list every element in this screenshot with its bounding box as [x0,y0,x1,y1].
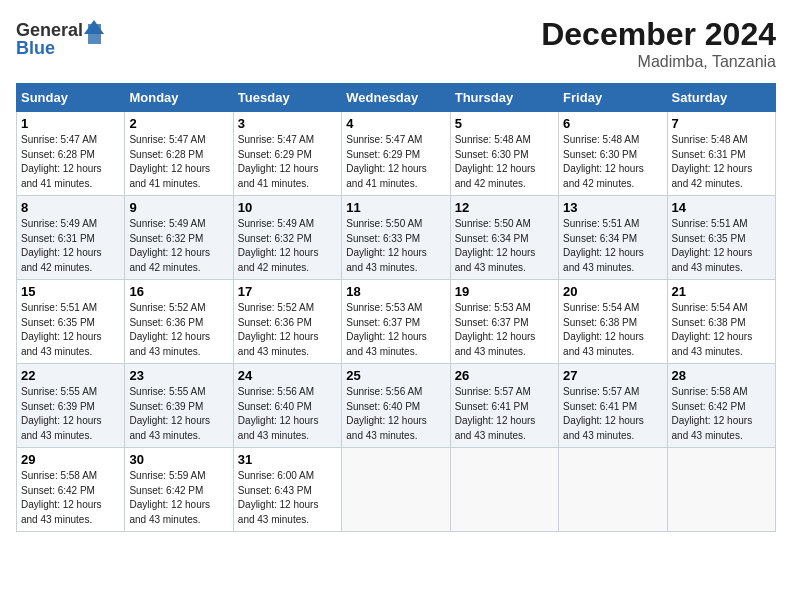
month-title: December 2024 [541,16,776,53]
day-number: 19 [455,284,554,299]
header-monday: Monday [125,84,233,112]
location: Madimba, Tanzania [541,53,776,71]
calendar-cell: 11Sunrise: 5:50 AMSunset: 6:33 PMDayligh… [342,196,450,280]
day-number: 10 [238,200,337,215]
calendar-cell: 8Sunrise: 5:49 AMSunset: 6:31 PMDaylight… [17,196,125,280]
calendar-week-row: 8Sunrise: 5:49 AMSunset: 6:31 PMDaylight… [17,196,776,280]
day-number: 6 [563,116,662,131]
calendar-week-row: 15Sunrise: 5:51 AMSunset: 6:35 PMDayligh… [17,280,776,364]
day-number: 17 [238,284,337,299]
day-info: Sunrise: 5:47 AMSunset: 6:29 PMDaylight:… [238,133,337,191]
weekday-header-row: Sunday Monday Tuesday Wednesday Thursday… [17,84,776,112]
page-header: General Blue December 2024 Madimba, Tanz… [16,16,776,71]
day-info: Sunrise: 5:47 AMSunset: 6:28 PMDaylight:… [21,133,120,191]
svg-text:General: General [16,20,83,40]
day-info: Sunrise: 5:52 AMSunset: 6:36 PMDaylight:… [129,301,228,359]
calendar-cell [450,448,558,532]
day-number: 8 [21,200,120,215]
day-info: Sunrise: 5:48 AMSunset: 6:31 PMDaylight:… [672,133,771,191]
day-info: Sunrise: 5:52 AMSunset: 6:36 PMDaylight:… [238,301,337,359]
calendar-cell: 22Sunrise: 5:55 AMSunset: 6:39 PMDayligh… [17,364,125,448]
calendar-cell [342,448,450,532]
calendar-cell: 28Sunrise: 5:58 AMSunset: 6:42 PMDayligh… [667,364,775,448]
calendar-cell: 18Sunrise: 5:53 AMSunset: 6:37 PMDayligh… [342,280,450,364]
calendar-cell: 27Sunrise: 5:57 AMSunset: 6:41 PMDayligh… [559,364,667,448]
day-info: Sunrise: 5:48 AMSunset: 6:30 PMDaylight:… [563,133,662,191]
logo-svg: General Blue [16,16,106,61]
day-number: 31 [238,452,337,467]
calendar-cell: 1Sunrise: 5:47 AMSunset: 6:28 PMDaylight… [17,112,125,196]
calendar-cell: 25Sunrise: 5:56 AMSunset: 6:40 PMDayligh… [342,364,450,448]
day-number: 18 [346,284,445,299]
day-info: Sunrise: 5:59 AMSunset: 6:42 PMDaylight:… [129,469,228,527]
day-number: 1 [21,116,120,131]
day-info: Sunrise: 5:50 AMSunset: 6:33 PMDaylight:… [346,217,445,275]
day-number: 21 [672,284,771,299]
day-info: Sunrise: 5:53 AMSunset: 6:37 PMDaylight:… [455,301,554,359]
day-info: Sunrise: 5:49 AMSunset: 6:32 PMDaylight:… [238,217,337,275]
day-info: Sunrise: 5:50 AMSunset: 6:34 PMDaylight:… [455,217,554,275]
calendar-cell: 19Sunrise: 5:53 AMSunset: 6:37 PMDayligh… [450,280,558,364]
calendar-cell: 21Sunrise: 5:54 AMSunset: 6:38 PMDayligh… [667,280,775,364]
day-number: 29 [21,452,120,467]
day-info: Sunrise: 5:49 AMSunset: 6:31 PMDaylight:… [21,217,120,275]
calendar-cell: 2Sunrise: 5:47 AMSunset: 6:28 PMDaylight… [125,112,233,196]
day-number: 23 [129,368,228,383]
calendar-cell: 29Sunrise: 5:58 AMSunset: 6:42 PMDayligh… [17,448,125,532]
header-thursday: Thursday [450,84,558,112]
day-info: Sunrise: 5:56 AMSunset: 6:40 PMDaylight:… [346,385,445,443]
day-info: Sunrise: 5:58 AMSunset: 6:42 PMDaylight:… [672,385,771,443]
day-number: 20 [563,284,662,299]
calendar-cell: 30Sunrise: 5:59 AMSunset: 6:42 PMDayligh… [125,448,233,532]
day-number: 25 [346,368,445,383]
logo: General Blue [16,16,106,61]
calendar-cell [559,448,667,532]
header-friday: Friday [559,84,667,112]
day-number: 24 [238,368,337,383]
day-number: 5 [455,116,554,131]
calendar-cell: 3Sunrise: 5:47 AMSunset: 6:29 PMDaylight… [233,112,341,196]
day-number: 16 [129,284,228,299]
day-info: Sunrise: 5:49 AMSunset: 6:32 PMDaylight:… [129,217,228,275]
day-info: Sunrise: 6:00 AMSunset: 6:43 PMDaylight:… [238,469,337,527]
calendar-cell: 10Sunrise: 5:49 AMSunset: 6:32 PMDayligh… [233,196,341,280]
calendar-cell: 23Sunrise: 5:55 AMSunset: 6:39 PMDayligh… [125,364,233,448]
day-info: Sunrise: 5:57 AMSunset: 6:41 PMDaylight:… [563,385,662,443]
calendar-cell: 9Sunrise: 5:49 AMSunset: 6:32 PMDaylight… [125,196,233,280]
calendar-table: Sunday Monday Tuesday Wednesday Thursday… [16,83,776,532]
day-info: Sunrise: 5:54 AMSunset: 6:38 PMDaylight:… [672,301,771,359]
calendar-cell: 13Sunrise: 5:51 AMSunset: 6:34 PMDayligh… [559,196,667,280]
day-info: Sunrise: 5:54 AMSunset: 6:38 PMDaylight:… [563,301,662,359]
day-info: Sunrise: 5:47 AMSunset: 6:29 PMDaylight:… [346,133,445,191]
header-sunday: Sunday [17,84,125,112]
calendar-cell: 7Sunrise: 5:48 AMSunset: 6:31 PMDaylight… [667,112,775,196]
day-number: 2 [129,116,228,131]
header-saturday: Saturday [667,84,775,112]
day-info: Sunrise: 5:51 AMSunset: 6:34 PMDaylight:… [563,217,662,275]
day-number: 11 [346,200,445,215]
day-info: Sunrise: 5:55 AMSunset: 6:39 PMDaylight:… [129,385,228,443]
day-number: 26 [455,368,554,383]
day-number: 3 [238,116,337,131]
calendar-cell: 24Sunrise: 5:56 AMSunset: 6:40 PMDayligh… [233,364,341,448]
day-number: 9 [129,200,228,215]
calendar-cell: 6Sunrise: 5:48 AMSunset: 6:30 PMDaylight… [559,112,667,196]
day-info: Sunrise: 5:51 AMSunset: 6:35 PMDaylight:… [672,217,771,275]
day-info: Sunrise: 5:51 AMSunset: 6:35 PMDaylight:… [21,301,120,359]
calendar-cell [667,448,775,532]
calendar-cell: 16Sunrise: 5:52 AMSunset: 6:36 PMDayligh… [125,280,233,364]
day-info: Sunrise: 5:58 AMSunset: 6:42 PMDaylight:… [21,469,120,527]
day-number: 4 [346,116,445,131]
day-number: 22 [21,368,120,383]
calendar-cell: 26Sunrise: 5:57 AMSunset: 6:41 PMDayligh… [450,364,558,448]
day-info: Sunrise: 5:56 AMSunset: 6:40 PMDaylight:… [238,385,337,443]
day-number: 7 [672,116,771,131]
calendar-week-row: 22Sunrise: 5:55 AMSunset: 6:39 PMDayligh… [17,364,776,448]
day-info: Sunrise: 5:53 AMSunset: 6:37 PMDaylight:… [346,301,445,359]
day-info: Sunrise: 5:57 AMSunset: 6:41 PMDaylight:… [455,385,554,443]
header-tuesday: Tuesday [233,84,341,112]
header-wednesday: Wednesday [342,84,450,112]
calendar-cell: 17Sunrise: 5:52 AMSunset: 6:36 PMDayligh… [233,280,341,364]
svg-text:Blue: Blue [16,38,55,58]
day-number: 27 [563,368,662,383]
